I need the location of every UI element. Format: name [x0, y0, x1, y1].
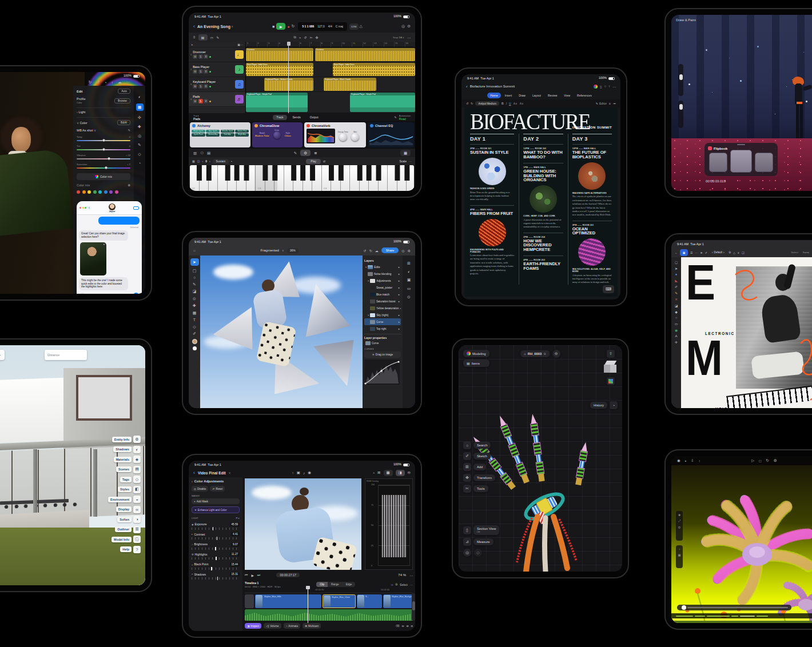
share-icon[interactable]: ↑ — [608, 85, 610, 88]
split-icon[interactable]: ✂ — [310, 35, 313, 39]
panel-soften[interactable]: Soften◑ — [117, 516, 141, 523]
help-icon[interactable]: ? — [133, 546, 141, 553]
preset-button[interactable]: Motion Pad — [235, 130, 249, 133]
record-enable-button[interactable]: R — [204, 99, 208, 103]
flipbook-frame[interactable] — [709, 153, 727, 172]
flipbook-frame[interactable] — [755, 153, 773, 172]
multicam-button[interactable]: ⊞Multicam — [302, 623, 321, 629]
move-tool-icon[interactable]: ➤ — [675, 266, 678, 270]
browser-icon[interactable]: ≡ — [193, 35, 196, 39]
layer-row[interactable]: Noise blending● — [364, 270, 401, 277]
flip-icon[interactable]: △ — [733, 251, 735, 254]
volume-button[interactable]: ◁)Volume — [264, 623, 281, 629]
reset-button[interactable]: ↺Reset — [210, 486, 225, 492]
preset-button[interactable]: Bright Arp — [235, 133, 249, 136]
cloud-sync-icon[interactable]: ☁ — [118, 80, 122, 85]
add-track-icon[interactable]: + — [191, 43, 193, 46]
lock-icon[interactable]: ▪ — [231, 159, 232, 163]
close-icon[interactable]: ⊗ — [128, 183, 130, 187]
timeline-playhead[interactable] — [308, 589, 308, 623]
editor-button[interactable]: ✎Editor — [596, 102, 607, 105]
connect-icon[interactable]: ∞ — [391, 583, 393, 586]
minimize-icon[interactable]: ⊖ — [408, 470, 411, 475]
tags-icon[interactable]: ◇ — [133, 476, 141, 483]
clip[interactable]: S… — [357, 594, 382, 608]
mute-button[interactable]: M — [193, 99, 197, 103]
axis-icon[interactable] — [607, 377, 615, 385]
duplicate-icon[interactable]: ❏ — [742, 251, 744, 254]
portrait-photo-canvas[interactable] — [0, 72, 85, 294]
more-icon[interactable]: ⋯ — [612, 85, 616, 89]
append-icon[interactable]: ⧉ — [411, 625, 413, 628]
add-attachment-button[interactable]: + — [79, 293, 85, 294]
history-icon[interactable]: ◔ — [104, 81, 106, 85]
faders-icon[interactable]: ≣ — [314, 151, 317, 155]
background-color-swatch[interactable] — [193, 346, 197, 350]
insert-icon[interactable]: ⊞ — [407, 625, 409, 628]
mask-icon[interactable]: ▣ — [407, 278, 411, 282]
undo-icon[interactable]: ↺ — [364, 249, 367, 253]
scale-button[interactable]: Scale — [400, 159, 407, 163]
send-button[interactable]: ↑ — [133, 293, 139, 294]
preset-selector[interactable]: ‹ Default › — [710, 250, 727, 255]
timeline-slider[interactable] — [677, 605, 791, 610]
region[interactable]: Bass Player - Indie Disco — [246, 63, 313, 76]
lens-icon[interactable]: ◎ — [138, 134, 141, 138]
bw-button[interactable]: B&W — [117, 120, 130, 125]
tab-home[interactable]: Home — [487, 93, 500, 98]
more-icon[interactable]: ⋯ — [240, 43, 243, 46]
properties-icon[interactable]: ⊙ — [407, 295, 411, 299]
panel-styles[interactable]: Styles◧ — [118, 486, 141, 493]
mute-button[interactable]: M — [193, 54, 197, 59]
export-icon[interactable]: ⇧ — [607, 350, 615, 358]
lasso-tool-icon[interactable]: ○ — [193, 275, 196, 279]
play-surface-button[interactable]: Play — [306, 159, 321, 164]
redo-icon[interactable]: ↻ — [89, 80, 92, 85]
undo-icon[interactable]: ↺ — [96, 80, 99, 85]
text-tool-icon[interactable]: A — [675, 334, 677, 338]
inspector-icon[interactable]: ◨ — [396, 470, 405, 476]
refresh-icon[interactable]: ↻ — [766, 458, 769, 463]
solo-button[interactable]: S — [198, 84, 203, 89]
stop-button[interactable]: ■ — [272, 25, 274, 29]
stop-icon[interactable]: □ — [759, 459, 761, 463]
more-icon[interactable]: ⋯ — [409, 159, 412, 163]
track-row-keys[interactable]: 3 Keyboard Player MSR ♫ — [189, 77, 245, 92]
clipboard-icon[interactable]: ▤ — [207, 151, 210, 155]
timeline-ruler[interactable]: 00:00:30 00:00:40 — [245, 589, 413, 593]
brush-icon[interactable]: ✎ — [138, 143, 141, 147]
search-icon[interactable]: ○ — [604, 85, 606, 88]
glide-icon[interactable]: ⇄ — [323, 159, 325, 163]
type-tool-icon[interactable]: T — [193, 318, 196, 322]
panel-model-info[interactable]: Model Infoⓘ — [112, 536, 141, 543]
undo-icon[interactable]: ↺ — [466, 102, 468, 105]
metronome-icon[interactable]: △ — [360, 24, 363, 29]
transform-icon[interactable]: ⧉ — [729, 250, 731, 254]
solo-button[interactable]: S — [198, 54, 203, 59]
tab-review[interactable]: Review — [545, 93, 560, 98]
track-row-bass[interactable]: 2 Bass Player MSR ♪ — [189, 62, 245, 77]
back-icon[interactable]: ‹ — [89, 205, 90, 210]
track-row-drummer[interactable]: 1 Drummer MSR ♩ — [189, 47, 245, 62]
select-button[interactable]: Select — [400, 583, 408, 586]
brush-tool-icon[interactable]: ◣ — [675, 278, 678, 282]
curves-graph[interactable] — [364, 360, 400, 385]
audio-track[interactable] — [245, 609, 413, 621]
notifications-icon[interactable]: ◔ — [0, 353, 1, 357]
count-in-button[interactable]: 1234 — [349, 23, 359, 30]
layer-row[interactable]: ▾Sky (right)● — [364, 311, 401, 318]
back-icon[interactable]: ← — [675, 251, 678, 254]
design-icon[interactable] — [594, 85, 598, 89]
tool-sketch[interactable]: ✐Sketch — [463, 452, 495, 460]
minimize-icon[interactable]: ⊖ — [407, 24, 411, 29]
pen-tool-icon[interactable]: ✐ — [675, 285, 678, 289]
editors-icon[interactable]: ▭ — [210, 35, 214, 39]
poster-canvas[interactable]: E LECTRONIC M USIC — [681, 257, 812, 408]
zoom-tool-icon[interactable]: ○ — [675, 316, 678, 319]
tab-output[interactable]: Output — [307, 115, 322, 120]
pencil-icon[interactable]: ✎ — [294, 151, 297, 155]
back-icon[interactable]: ‹ — [466, 84, 468, 89]
more-icon[interactable]: ⋯ — [410, 583, 413, 586]
record-enable-button[interactable]: R — [204, 84, 208, 89]
pencil-tool-icon[interactable]: ✎ — [675, 291, 678, 295]
